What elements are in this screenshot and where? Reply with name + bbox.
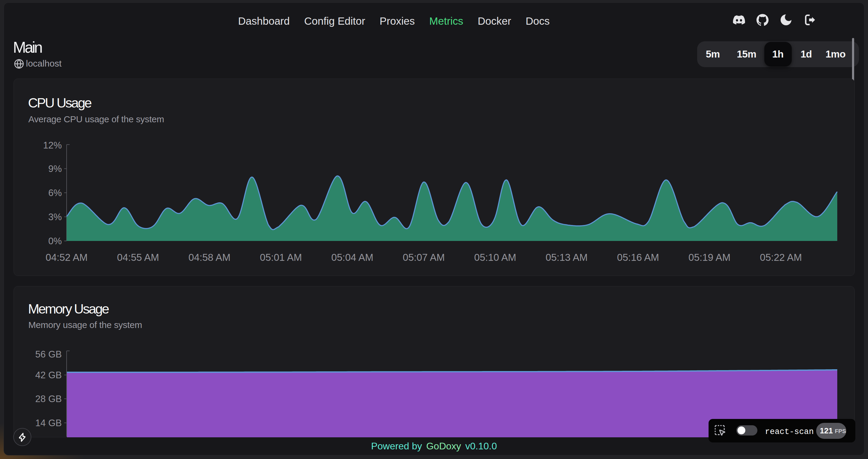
svg-text:56 GB: 56 GB [35, 349, 62, 360]
svg-text:05:19 AM: 05:19 AM [688, 252, 730, 263]
svg-text:0%: 0% [48, 236, 62, 247]
svg-text:05:10 AM: 05:10 AM [474, 252, 516, 263]
svg-text:3%: 3% [48, 212, 62, 222]
svg-text:05:16 AM: 05:16 AM [617, 252, 659, 263]
svg-text:28 GB: 28 GB [35, 394, 62, 404]
svg-text:05:04 AM: 05:04 AM [331, 252, 373, 263]
svg-text:05:13 AM: 05:13 AM [546, 252, 587, 263]
svg-text:6%: 6% [48, 188, 62, 198]
svg-text:12%: 12% [43, 140, 62, 151]
svg-text:14 GB: 14 GB [35, 418, 62, 428]
svg-text:42 GB: 42 GB [35, 370, 62, 381]
svg-text:05:22 AM: 05:22 AM [760, 252, 802, 263]
svg-text:9%: 9% [48, 164, 62, 174]
svg-text:04:52 AM: 04:52 AM [45, 252, 87, 263]
svg-text:04:55 AM: 04:55 AM [117, 252, 159, 263]
svg-text:04:58 AM: 04:58 AM [188, 252, 230, 263]
svg-text:05:07 AM: 05:07 AM [403, 252, 444, 263]
svg-text:05:01 AM: 05:01 AM [260, 252, 302, 263]
